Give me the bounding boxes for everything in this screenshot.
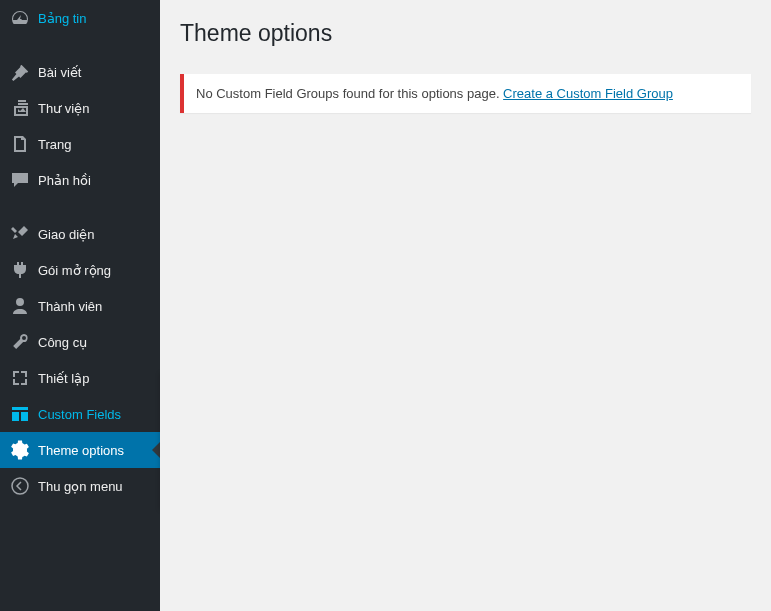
notice-box: No Custom Field Groups found for this op…	[180, 74, 751, 113]
sidebar-item-tools[interactable]: Công cụ	[0, 324, 160, 360]
main-content: Theme options No Custom Field Groups fou…	[160, 0, 771, 611]
tools-icon	[10, 332, 30, 352]
sidebar-item-media[interactable]: Thư viện	[0, 90, 160, 126]
appearance-icon	[10, 224, 30, 244]
page-title: Theme options	[180, 10, 751, 69]
sidebar-item-label: Thu gọn menu	[38, 479, 123, 494]
sidebar-item-theme-options[interactable]: Theme options	[0, 432, 160, 468]
sidebar-item-custom-fields[interactable]: Custom Fields	[0, 396, 160, 432]
plugin-icon	[10, 260, 30, 280]
sidebar-item-label: Trang	[38, 137, 71, 152]
sidebar-item-collapse[interactable]: Thu gọn menu	[0, 468, 160, 504]
sidebar-item-label: Thiết lập	[38, 371, 89, 386]
sidebar-item-users[interactable]: Thành viên	[0, 288, 160, 324]
sidebar-item-label: Bài viết	[38, 65, 81, 80]
admin-sidebar: Bảng tin Bài viết Thư viện Trang Phản hồ…	[0, 0, 160, 611]
sidebar-item-comments[interactable]: Phản hồi	[0, 162, 160, 198]
page-icon	[10, 134, 30, 154]
sidebar-item-label: Công cụ	[38, 335, 87, 350]
svg-point-0	[12, 478, 28, 494]
layout-icon	[10, 404, 30, 424]
dashboard-icon	[10, 8, 30, 28]
pin-icon	[10, 62, 30, 82]
sidebar-item-label: Custom Fields	[38, 407, 121, 422]
sidebar-item-appearance[interactable]: Giao diện	[0, 216, 160, 252]
comment-icon	[10, 170, 30, 190]
settings-icon	[10, 368, 30, 388]
sidebar-item-label: Gói mở rộng	[38, 263, 111, 278]
sidebar-item-label: Thành viên	[38, 299, 102, 314]
sidebar-item-label: Theme options	[38, 443, 124, 458]
sidebar-item-settings[interactable]: Thiết lập	[0, 360, 160, 396]
gear-icon	[10, 440, 30, 460]
sidebar-item-plugins[interactable]: Gói mở rộng	[0, 252, 160, 288]
user-icon	[10, 296, 30, 316]
notice-link[interactable]: Create a Custom Field Group	[503, 86, 673, 101]
sidebar-item-label: Thư viện	[38, 101, 89, 116]
media-icon	[10, 98, 30, 118]
collapse-icon	[10, 476, 30, 496]
sidebar-item-pages[interactable]: Trang	[0, 126, 160, 162]
sidebar-item-dashboard[interactable]: Bảng tin	[0, 0, 160, 36]
sidebar-item-label: Bảng tin	[38, 11, 86, 26]
sidebar-item-posts[interactable]: Bài viết	[0, 54, 160, 90]
sidebar-item-label: Phản hồi	[38, 173, 91, 188]
notice-text: No Custom Field Groups found for this op…	[196, 86, 503, 101]
sidebar-item-label: Giao diện	[38, 227, 94, 242]
